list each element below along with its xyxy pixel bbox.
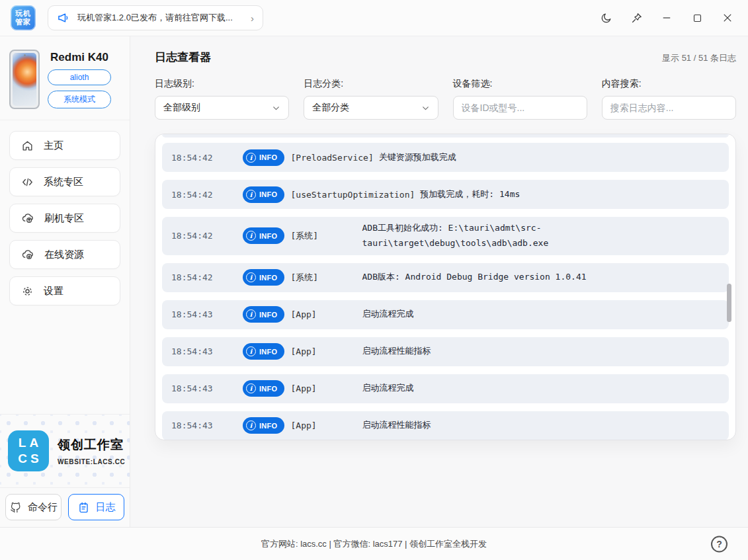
device-wallpaper bbox=[13, 53, 36, 106]
log-row[interactable]: 18:54:42 i INFO [系统] ADB版本: Android Debu… bbox=[162, 263, 729, 292]
lacs-logo-line2: CS bbox=[15, 451, 42, 467]
announcement-banner[interactable]: 玩机管家1.2.0已发布，请前往官网下载... › bbox=[48, 5, 263, 30]
log-category: [App] bbox=[290, 346, 356, 356]
info-icon: i bbox=[246, 153, 256, 163]
command-line-button[interactable]: 命令行 bbox=[5, 494, 62, 520]
github-cat-icon bbox=[9, 501, 22, 514]
window-controls bbox=[595, 7, 739, 29]
log-level-text: INFO bbox=[259, 232, 277, 240]
log-time: 18:54:43 bbox=[171, 383, 243, 393]
footer-text: 官方网站: lacs.cc | 官方微信: lacs177 | 领创工作室全栈开… bbox=[261, 538, 487, 550]
device-camera-dot bbox=[24, 54, 26, 56]
gear-icon bbox=[21, 285, 34, 298]
log-message: 启动流程完成 bbox=[362, 381, 413, 396]
log-level-text: INFO bbox=[259, 348, 277, 356]
sidebar-item-settings[interactable]: 设置 bbox=[9, 276, 120, 305]
device-filter-input[interactable] bbox=[453, 96, 587, 120]
log-message: 启动流程性能指标 bbox=[362, 418, 431, 433]
log-row[interactable]: 18:54:43 i INFO [App] 启动流程性能指标 bbox=[162, 337, 729, 366]
log-category: [App] bbox=[290, 420, 356, 430]
log-category: [App] bbox=[290, 383, 356, 393]
log-level-select[interactable]: 全部级别 bbox=[155, 96, 289, 120]
home-icon bbox=[21, 140, 34, 152]
info-icon: i bbox=[246, 346, 256, 356]
info-icon: i bbox=[246, 420, 256, 430]
sidebar-actions: 命令行 日志 bbox=[0, 487, 130, 527]
sidebar-item-flash-zone[interactable]: 刷机专区 bbox=[9, 204, 120, 233]
sidebar-item-label: 刷机专区 bbox=[44, 212, 84, 225]
filter-bar: 日志级别: 全部级别 日志分类: 全部分类 设备筛选: 内容搜索: bbox=[155, 78, 736, 120]
filter-label-search: 内容搜索: bbox=[602, 78, 736, 90]
filter-label-category: 日志分类: bbox=[304, 78, 438, 90]
sidebar-item-system-zone[interactable]: 系统专区 bbox=[9, 167, 120, 196]
log-row[interactable]: 18:54:43 i INFO [App] 启动流程完成 bbox=[162, 374, 729, 403]
log-time: 18:54:43 bbox=[171, 346, 243, 356]
sidebar-item-label: 在线资源 bbox=[44, 249, 84, 261]
log-row[interactable]: 18:54:43 i INFO [App] 启动流程性能指标 bbox=[162, 411, 729, 440]
log-level-badge: i INFO bbox=[243, 186, 284, 203]
chevron-right-icon: › bbox=[251, 13, 254, 24]
lacs-logo-line1: LA bbox=[15, 435, 42, 451]
log-time: 18:54:42 bbox=[171, 190, 243, 200]
log-level-badge: i INFO bbox=[243, 417, 284, 434]
sidebar-item-home[interactable]: 主页 bbox=[9, 131, 120, 160]
device-codename-badge[interactable]: alioth bbox=[48, 69, 111, 85]
cloud-download-icon bbox=[21, 248, 34, 261]
footer: 官方网站: lacs.cc | 官方微信: lacs177 | 领创工作室全栈开… bbox=[0, 527, 748, 560]
chevron-down-icon bbox=[272, 104, 280, 112]
log-time: 18:54:43 bbox=[171, 420, 243, 430]
info-icon: i bbox=[246, 190, 256, 200]
scrollbar-thumb[interactable] bbox=[727, 284, 731, 322]
theme-toggle-moon-icon[interactable] bbox=[595, 7, 617, 29]
device-card: Redmi K40 alioth 系统模式 bbox=[0, 36, 130, 120]
device-mode-badge[interactable]: 系统模式 bbox=[48, 91, 111, 108]
sidebar: Redmi K40 alioth 系统模式 主页 系统专区 刷机专区 在线资源 bbox=[0, 36, 130, 527]
log-category-select[interactable]: 全部分类 bbox=[304, 96, 438, 120]
minimize-button[interactable] bbox=[655, 7, 678, 29]
log-message: 预加载完成，耗时: 14ms bbox=[420, 187, 520, 202]
log-message: ADB版本: Android Debug Bridge version 1.0.… bbox=[362, 270, 586, 285]
sidebar-item-online-resources[interactable]: 在线资源 bbox=[9, 240, 120, 269]
log-level-text: INFO bbox=[259, 274, 277, 282]
studio-name: 领创工作室 bbox=[58, 436, 125, 454]
cloud-upload-icon bbox=[21, 212, 34, 225]
studio-website: WEBSITE:LACS.CC bbox=[58, 458, 125, 465]
content-search-input[interactable] bbox=[602, 96, 736, 120]
log-row[interactable]: 18:54:42 i INFO [系统] ADB工具初始化成功: E:\taur… bbox=[162, 217, 729, 255]
log-level-badge: i INFO bbox=[243, 269, 284, 286]
info-icon: i bbox=[246, 272, 256, 282]
log-row[interactable]: 18:54:42 i INFO [useStartupOptimization]… bbox=[162, 180, 729, 209]
log-row[interactable]: 18:54:42 i INFO [PreloadService] 关键资源预加载… bbox=[162, 143, 729, 172]
log-level-badge: i INFO bbox=[243, 149, 284, 166]
sidebar-nav: 主页 系统专区 刷机专区 在线资源 设置 bbox=[0, 120, 130, 313]
log-row[interactable]: 18:54:43 i INFO [App] 启动流程完成 bbox=[162, 300, 729, 329]
studio-brand: LA CS 领创工作室 WEBSITE:LACS.CC bbox=[0, 414, 130, 487]
pin-icon[interactable] bbox=[625, 7, 647, 29]
log-button[interactable]: 日志 bbox=[68, 494, 124, 520]
log-message: 关键资源预加载完成 bbox=[379, 150, 456, 165]
lacs-logo: LA CS bbox=[8, 430, 49, 471]
log-category: [PreloadService] bbox=[290, 153, 373, 163]
log-panel[interactable]: 18:54:42 i INFO [PreloadService] 关键资源预加载… bbox=[155, 134, 736, 440]
close-button[interactable] bbox=[716, 7, 739, 29]
sidebar-item-label: 系统专区 bbox=[44, 176, 83, 188]
log-label: 日志 bbox=[96, 501, 116, 514]
info-icon: i bbox=[246, 231, 256, 241]
log-message: ADB工具初始化成功: E:\tauri\admt\src- tauri\tar… bbox=[362, 221, 548, 251]
log-level-badge: i INFO bbox=[243, 306, 284, 323]
log-count: 显示 51 / 51 条日志 bbox=[662, 52, 736, 64]
chevron-down-icon bbox=[421, 104, 430, 112]
log-list: 18:54:42 i INFO [PreloadService] 关键资源预加载… bbox=[162, 143, 729, 440]
log-level-badge: i INFO bbox=[243, 380, 284, 397]
log-time: 18:54:42 bbox=[171, 272, 243, 282]
app-logo: 玩机 管家 bbox=[11, 5, 36, 30]
maximize-button[interactable] bbox=[686, 7, 708, 29]
log-level-text: INFO bbox=[259, 190, 277, 198]
log-category: [系统] bbox=[290, 272, 356, 284]
log-level-value: 全部级别 bbox=[163, 102, 200, 114]
log-category: [系统] bbox=[290, 230, 356, 242]
megaphone-icon bbox=[57, 11, 70, 24]
log-message: 启动流程完成 bbox=[362, 307, 413, 322]
filter-label-level: 日志级别: bbox=[155, 78, 289, 90]
help-icon[interactable]: ? bbox=[711, 536, 727, 552]
